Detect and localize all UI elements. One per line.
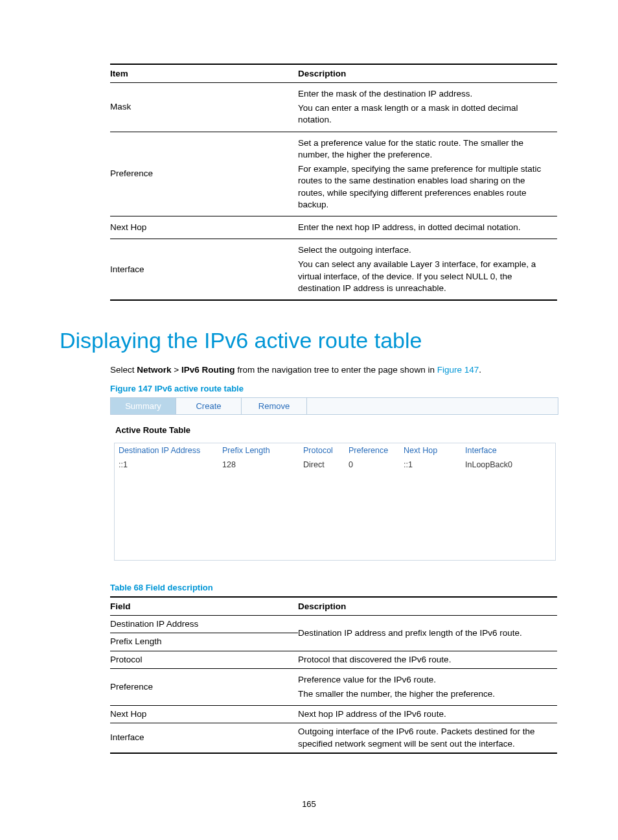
col-description: Description bbox=[298, 64, 557, 83]
item-desc: Enter the next hop IP address, in dotted… bbox=[298, 216, 557, 239]
col-if[interactable]: Interface bbox=[465, 446, 527, 455]
table-row: Interface Outgoing interface of the IPv6… bbox=[110, 723, 557, 753]
col-next[interactable]: Next Hop bbox=[404, 446, 465, 455]
field-label: Protocol bbox=[110, 651, 298, 668]
table-row: Mask Enter the mask of the destination I… bbox=[110, 83, 557, 132]
item-label: Next Hop bbox=[110, 216, 298, 239]
screenshot-area: Active Route Table Destination IP Addres… bbox=[110, 425, 557, 561]
item-label: Mask bbox=[110, 83, 298, 132]
table-row: Protocol Protocol that discovered the IP… bbox=[110, 651, 557, 668]
field-label: Destination IP Address bbox=[110, 616, 298, 633]
table-row: Interface Select the outgoing interface.… bbox=[110, 239, 557, 300]
tab-create[interactable]: Create bbox=[176, 398, 242, 414]
col-item: Item bbox=[110, 64, 298, 83]
table-caption: Table 68 Field description bbox=[110, 583, 558, 592]
field-label: Preference bbox=[110, 668, 298, 705]
col-dest[interactable]: Destination IP Address bbox=[119, 446, 222, 455]
figure-caption: Figure 147 IPv6 active route table bbox=[110, 384, 558, 393]
item-desc: Set a preference value for the static ro… bbox=[298, 132, 557, 216]
instruction-text: Select Network > IPv6 Routing from the n… bbox=[110, 365, 558, 375]
figure-link[interactable]: Figure 147 bbox=[437, 365, 479, 375]
col-description: Description bbox=[298, 597, 557, 616]
field-desc: Destination IP address and prefix length… bbox=[298, 616, 557, 651]
table-row: Next Hop Next hop IP address of the IPv6… bbox=[110, 706, 557, 723]
item-desc: Select the outgoing interface. You can s… bbox=[298, 239, 557, 300]
table-row: Next Hop Enter the next hop IP address, … bbox=[110, 216, 557, 239]
page-number: 165 bbox=[0, 799, 618, 809]
col-pref[interactable]: Preference bbox=[349, 446, 404, 455]
field-label: Prefix Length bbox=[110, 633, 298, 651]
item-label: Preference bbox=[110, 132, 298, 216]
field-desc: Protocol that discovered the IPv6 route. bbox=[298, 651, 557, 668]
item-label: Interface bbox=[110, 239, 298, 300]
col-prefix[interactable]: Prefix Length bbox=[222, 446, 303, 455]
screenshot-title: Active Route Table bbox=[115, 425, 557, 435]
table-row: Destination IP Address Destination IP ad… bbox=[110, 616, 557, 633]
section-heading: Displaying the IPv6 active route table bbox=[60, 328, 558, 353]
field-desc: Next hop IP address of the IPv6 route. bbox=[298, 706, 557, 723]
field-label: Interface bbox=[110, 723, 298, 753]
table-row: Preference Set a preference value for th… bbox=[110, 132, 557, 216]
field-label: Next Hop bbox=[110, 706, 298, 723]
route-grid: Destination IP Address Prefix Length Pro… bbox=[114, 443, 556, 561]
tab-summary[interactable]: Summary bbox=[111, 398, 176, 414]
config-items-table: Item Description Mask Enter the mask of … bbox=[110, 64, 557, 301]
route-row[interactable]: ::1 128 Direct 0 ::1 InLoopBack0 bbox=[115, 458, 555, 472]
col-field: Field bbox=[110, 597, 298, 616]
field-desc: Preference value for the IPv6 route. The… bbox=[298, 668, 557, 705]
tab-remove[interactable]: Remove bbox=[242, 398, 307, 414]
tab-bar: Summary Create Remove bbox=[110, 397, 558, 415]
item-desc: Enter the mask of the destination IP add… bbox=[298, 83, 557, 132]
col-proto[interactable]: Protocol bbox=[303, 446, 349, 455]
table-row: Preference Preference value for the IPv6… bbox=[110, 668, 557, 705]
field-desc-table: Field Description Destination IP Address… bbox=[110, 596, 557, 754]
field-desc: Outgoing interface of the IPv6 route. Pa… bbox=[298, 723, 557, 753]
